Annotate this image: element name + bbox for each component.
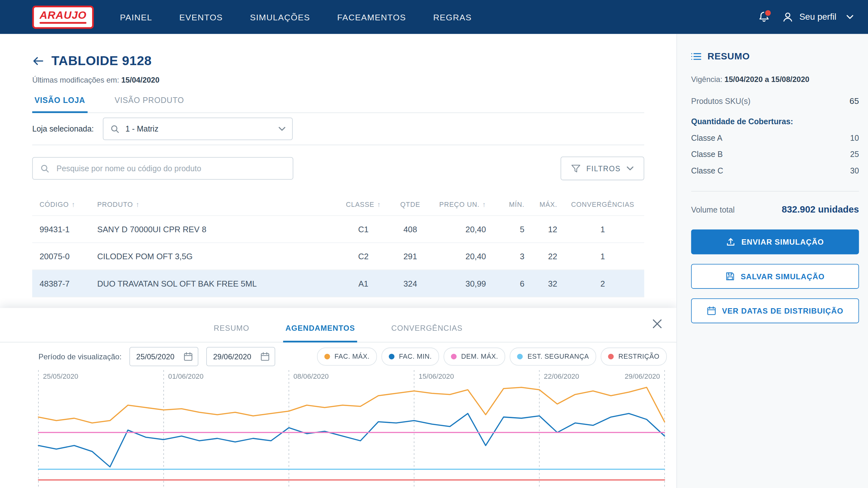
legend-dot-icon — [517, 354, 523, 359]
legend-item[interactable]: EST. SEGURANÇA — [510, 347, 596, 366]
chevron-down-icon — [846, 14, 853, 19]
top-navbar: ARAUJO PAINEL EVENTOS SIMULAÇÕES FACEAME… — [0, 0, 868, 34]
chart-series-fac-m-x- — [38, 387, 665, 423]
classe-row: Classe A 10 — [691, 133, 859, 142]
notification-badge — [764, 9, 772, 17]
close-icon — [653, 319, 661, 328]
legend-item[interactable]: DEM. MÁX. — [443, 347, 505, 366]
navbar-right: Seu perfil — [757, 11, 853, 23]
col-header-max[interactable]: MÁX. — [530, 201, 563, 208]
ver-datas-distribuicao-button[interactable]: VER DATAS DE DISTRIBUIÇÃO — [691, 298, 859, 323]
tab-visao-produto[interactable]: VISÃO PRODUTO — [113, 96, 186, 113]
cell-produto: DUO TRAVATAN SOL OFT BAK FREE 5ML — [97, 279, 340, 288]
schedule-drawer: RESUMO AGENDAMENTOS CONVERGÊNCIAS Períod… — [0, 308, 676, 488]
product-search-input[interactable] — [55, 163, 285, 174]
date-to-field[interactable] — [206, 347, 275, 366]
legend-item[interactable]: FAC. MÁX. — [317, 347, 377, 366]
last-modified: Últimas modificações em: 15/04/2020 — [32, 75, 644, 84]
filters-button[interactable]: FILTROS — [560, 157, 644, 180]
col-header-produto[interactable]: PRODUTO↑ — [97, 201, 340, 208]
cell-produto: SANY D 70000UI CPR REV 8 — [97, 224, 340, 234]
drawer-tab-resumo[interactable]: RESUMO — [212, 324, 252, 342]
nav-item-regras[interactable]: REGRAS — [433, 12, 471, 22]
cell-qtde: 408 — [387, 224, 434, 234]
search-icon — [110, 124, 120, 133]
tab-visao-loja[interactable]: VISÃO LOJA — [32, 96, 87, 113]
chart-x-label: 29/06/2020 — [625, 372, 660, 380]
product-search[interactable] — [32, 157, 293, 180]
date-from-input[interactable] — [135, 352, 182, 361]
nav-item-painel[interactable]: PAINEL — [120, 12, 152, 22]
sidebar-divider — [691, 191, 859, 191]
chevron-down-icon — [279, 126, 285, 131]
chart-x-label: 08/06/2020 — [293, 372, 329, 380]
cell-codigo: 99431-1 — [32, 224, 97, 234]
nav-item-simulacoes[interactable]: SIMULAÇÕES — [250, 12, 310, 22]
col-header-qtde[interactable]: QTDE — [387, 201, 434, 208]
cell-convergencias: 1 — [563, 224, 643, 234]
cell-preco: 20,40 — [434, 252, 492, 261]
logo-text: ARAUJO — [40, 9, 87, 21]
drawer-close-button[interactable] — [653, 319, 661, 328]
cell-classe: A1 — [340, 279, 387, 288]
schedule-chart: 25/05/202001/06/202008/06/202015/06/2020… — [36, 370, 667, 488]
vigencia: Vigência: 15/04/2020 a 15/08/2020 — [691, 75, 859, 84]
table-row[interactable]: 48387-7 DUO TRAVATAN SOL OFT BAK FREE 5M… — [32, 270, 644, 297]
back-button[interactable] — [32, 56, 43, 65]
cell-produto: CILODEX POM OFT 3,5G — [97, 252, 340, 261]
cell-codigo: 48387-7 — [32, 279, 97, 288]
date-from-field[interactable] — [129, 347, 198, 366]
cell-min: 3 — [492, 252, 530, 261]
cell-min: 6 — [492, 279, 530, 288]
last-modified-label: Últimas modificações em: — [32, 75, 119, 84]
vigencia-value: 15/04/2020 a 15/08/2020 — [724, 75, 809, 84]
drawer-tab-convergencias[interactable]: CONVERGÊNCIAS — [389, 324, 465, 342]
profile-menu[interactable]: Seu perfil — [781, 11, 854, 23]
date-to-input[interactable] — [212, 352, 259, 361]
table-header-row: CÓDIGO↑ PRODUTO↑ CLASSE↑ QTDE PREÇO UN.↑… — [32, 194, 644, 216]
table-row[interactable]: 20075-0 CILODEX POM OFT 3,5G C2 291 20,4… — [32, 243, 644, 270]
cell-qtde: 291 — [387, 252, 434, 261]
table-row[interactable]: 99431-1 SANY D 70000UI CPR REV 8 C1 408 … — [32, 216, 644, 243]
legend-label: EST. SEGURANÇA — [527, 353, 589, 361]
cell-max: 32 — [530, 279, 563, 288]
drawer-tab-agendamentos[interactable]: AGENDAMENTOS — [283, 324, 357, 342]
chart-x-label: 22/06/2020 — [544, 372, 579, 380]
sort-asc-icon: ↑ — [482, 201, 486, 208]
col-header-convergencias[interactable]: CONVERGÊNCIAS — [563, 201, 643, 208]
cell-convergencias: 1 — [563, 252, 643, 261]
upload-icon — [726, 237, 735, 246]
profile-label: Seu perfil — [799, 12, 836, 22]
calendar-icon — [260, 352, 270, 361]
cell-classe: C2 — [340, 252, 387, 261]
col-header-codigo[interactable]: CÓDIGO↑ — [32, 201, 97, 208]
legend-item[interactable]: FAC. MIN. — [381, 347, 439, 366]
nav-item-faceamentos[interactable]: FACEAMENTOS — [337, 12, 406, 22]
col-header-preco[interactable]: PREÇO UN.↑ — [434, 201, 492, 208]
enviar-simulacao-button[interactable]: ENVIAR SIMULAÇÃO — [691, 230, 859, 254]
list-icon — [691, 53, 701, 60]
salvar-simulacao-button[interactable]: SALVAR SIMULAÇÃO — [691, 264, 859, 289]
chart-series-fac-min- — [38, 413, 665, 467]
volume-total-row: Volume total 832.902 unidades — [691, 204, 859, 215]
legend-label: FAC. MÁX. — [335, 353, 370, 361]
araujo-logo[interactable]: ARAUJO — [32, 5, 94, 29]
sort-asc-icon: ↑ — [136, 201, 140, 208]
nav-item-eventos[interactable]: EVENTOS — [179, 12, 223, 22]
chart-x-label: 15/06/2020 — [419, 372, 454, 380]
notifications-button[interactable] — [757, 11, 770, 23]
cell-max: 22 — [530, 252, 563, 261]
store-select[interactable]: 1 - Matriz — [103, 118, 293, 140]
classe-row: Classe C 30 — [691, 166, 859, 175]
chart-x-label: 25/05/2020 — [43, 372, 78, 380]
legend-dot-icon — [324, 354, 330, 359]
cell-convergencias: 2 — [563, 279, 643, 288]
col-header-min[interactable]: MÍN. — [492, 201, 530, 208]
chart-legend: FAC. MÁX.FAC. MIN.DEM. MÁX.EST. SEGURANÇ… — [317, 347, 667, 366]
chevron-down-icon — [627, 166, 633, 171]
classe-label: Classe C — [691, 166, 723, 175]
filters-label: FILTROS — [586, 164, 620, 173]
cell-max: 12 — [530, 224, 563, 234]
col-header-classe[interactable]: CLASSE↑ — [340, 201, 387, 208]
legend-item[interactable]: RESTRIÇÃO — [601, 347, 667, 366]
